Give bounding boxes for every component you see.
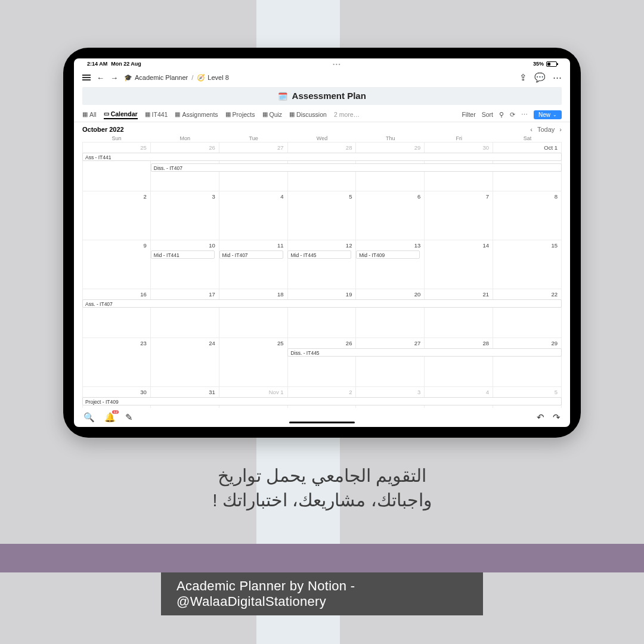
day-cell[interactable]: 4 [219, 191, 288, 240]
promo-caption: التقويم الجامعي يحمل تواريخ واجباتك، مشا… [0, 465, 644, 510]
undo-icon[interactable]: ↶ [537, 412, 544, 423]
dayhdr-fri: Fri [425, 135, 493, 141]
tab-all[interactable]: ▦All [82, 111, 97, 119]
multitask-indicator-icon[interactable]: ••• [333, 61, 341, 67]
dayhdr-sun: Sun [82, 135, 151, 141]
table-icon: ▦ [82, 111, 88, 117]
event-mid-it409[interactable]: Mid - IT409 [356, 250, 420, 259]
sort-button[interactable]: Sort [482, 111, 493, 118]
tablet-frame: 2:14 AM Mon 22 Aug ••• 35% ← → 🎓 Academi… [63, 48, 581, 438]
day-cell[interactable]: 7 [425, 191, 493, 240]
new-button[interactable]: New⌄ [534, 110, 562, 119]
calendar-header: October 2022 ‹ Today › [74, 122, 570, 134]
day-cell[interactable]: 26 [288, 338, 357, 386]
more-options-icon[interactable]: ⋯ [521, 111, 528, 118]
battery-icon [546, 61, 557, 67]
day-cell[interactable]: 23 [82, 338, 151, 386]
day-cell[interactable]: 28 [425, 338, 493, 386]
event-diss-it407[interactable]: Diss. - IT407 [151, 163, 562, 172]
tab-assignments[interactable]: ▦Assignments [175, 111, 218, 119]
day-cell[interactable]: 15 [493, 240, 562, 289]
day-cell[interactable]: 8 [493, 191, 562, 240]
menu-icon[interactable] [82, 75, 91, 80]
day-cell[interactable]: 14 [425, 240, 493, 289]
tab-projects[interactable]: ▦Projects [225, 111, 255, 119]
compose-icon[interactable]: ✎ [125, 412, 133, 423]
day-cell[interactable]: 19 [288, 289, 357, 338]
dayhdr-tue: Tue [219, 135, 288, 141]
day-cell[interactable]: 2 [82, 191, 151, 240]
day-cell[interactable]: 25 [82, 142, 151, 191]
day-cell[interactable]: 29 [493, 338, 562, 386]
day-cell[interactable]: 16 [82, 289, 151, 338]
status-time: 2:14 AM [87, 61, 107, 67]
day-cell[interactable]: 20 [356, 289, 425, 338]
table-icon: ▦ [145, 111, 150, 117]
bottom-toolbar: 🔍 🔔12 ✎ ↶ ↷ [74, 408, 570, 427]
tab-it441[interactable]: ▦IT441 [145, 111, 168, 119]
calendar-icon: 🗓️ [278, 92, 287, 101]
level-icon: 🧭 [197, 74, 205, 82]
day-cell[interactable]: 21 [425, 289, 493, 338]
day-cell[interactable]: 5 [288, 191, 357, 240]
dayhdr-wed: Wed [288, 135, 357, 141]
page-title: Assessment Plan [292, 91, 366, 101]
more-icon[interactable]: ⋯ [553, 72, 562, 83]
share-icon[interactable]: ⇪ [519, 72, 527, 83]
day-cell[interactable]: 12 [288, 240, 357, 289]
table-icon: ▦ [262, 111, 268, 117]
search-toggle-icon[interactable]: ⚲ [499, 111, 504, 118]
today-button[interactable]: Today [537, 126, 555, 133]
day-cell[interactable]: 18 [219, 289, 288, 338]
forward-button[interactable]: → [110, 73, 118, 82]
filter-button[interactable]: Filter [462, 111, 475, 118]
back-button[interactable]: ← [97, 73, 104, 82]
home-indicator[interactable] [289, 422, 355, 423]
table-icon: ▦ [225, 111, 231, 117]
notifications-icon[interactable]: 🔔12 [104, 412, 116, 423]
comments-icon[interactable]: 💬 [534, 72, 546, 83]
calendar-tab-icon: ▭ [104, 110, 109, 117]
page-title-bar: 🗓️ Assessment Plan [82, 87, 562, 105]
table-icon: ▦ [289, 111, 295, 117]
day-cell[interactable]: 25 [219, 338, 288, 386]
notion-top-nav: ← → 🎓 Academic Planner / 🧭 Level 8 ⇪ 💬 ⋯ [74, 69, 570, 86]
breadcrumb-leaf[interactable]: Level 8 [208, 74, 228, 81]
month-label: October 2022 [82, 126, 124, 133]
redo-icon[interactable]: ↷ [553, 412, 561, 423]
tab-discussion[interactable]: ▦Discussion [289, 111, 327, 119]
event-mid-it445[interactable]: Mid - IT445 [287, 250, 351, 259]
graduation-icon: 🎓 [124, 74, 132, 82]
event-project-it409[interactable]: Project - IT409 [82, 397, 562, 405]
day-cell[interactable]: 9 [82, 240, 151, 289]
next-month-button[interactable]: › [559, 126, 562, 133]
status-bar: 2:14 AM Mon 22 Aug ••• 35% [74, 58, 570, 69]
breadcrumb[interactable]: 🎓 Academic Planner / 🧭 Level 8 [124, 74, 229, 82]
day-cell[interactable]: 17 [151, 289, 219, 338]
event-ass-it441[interactable]: Ass - IT441 [82, 153, 562, 161]
tabs-more[interactable]: 2 more… [334, 111, 360, 119]
day-cell[interactable]: 27 [356, 338, 425, 386]
event-diss-it445[interactable]: Diss. - IT445 [287, 348, 562, 357]
dayhdr-thu: Thu [356, 135, 425, 141]
week-row: 2 3 4 5 6 7 8 [82, 191, 562, 240]
dayhdr-mon: Mon [151, 135, 219, 141]
day-cell[interactable]: 11 [219, 240, 288, 289]
event-mid-it441[interactable]: Mid - IT441 [151, 250, 215, 259]
prev-month-button[interactable]: ‹ [530, 126, 532, 133]
day-cell[interactable]: 10 [151, 240, 219, 289]
search-icon[interactable]: 🔍 [83, 412, 95, 423]
week-row: 25 26 27 28 29 30 Oct 1 Ass - IT441 Diss… [82, 142, 562, 191]
day-cell[interactable]: 3 [151, 191, 219, 240]
day-cell[interactable]: 22 [493, 289, 562, 338]
event-ass-it407[interactable]: Ass. - IT407 [82, 299, 562, 308]
day-cell[interactable]: 6 [356, 191, 425, 240]
event-mid-it407[interactable]: Mid - IT407 [219, 250, 283, 259]
breadcrumb-root[interactable]: Academic Planner [135, 74, 188, 81]
day-cell[interactable]: 24 [151, 338, 219, 386]
tab-quiz[interactable]: ▦Quiz [262, 111, 283, 119]
lightning-icon[interactable]: ⟳ [510, 111, 515, 118]
chevron-down-icon: ⌄ [553, 112, 557, 117]
day-cell[interactable]: 13 [356, 240, 425, 289]
tab-calendar[interactable]: ▭Calendar [104, 110, 138, 119]
